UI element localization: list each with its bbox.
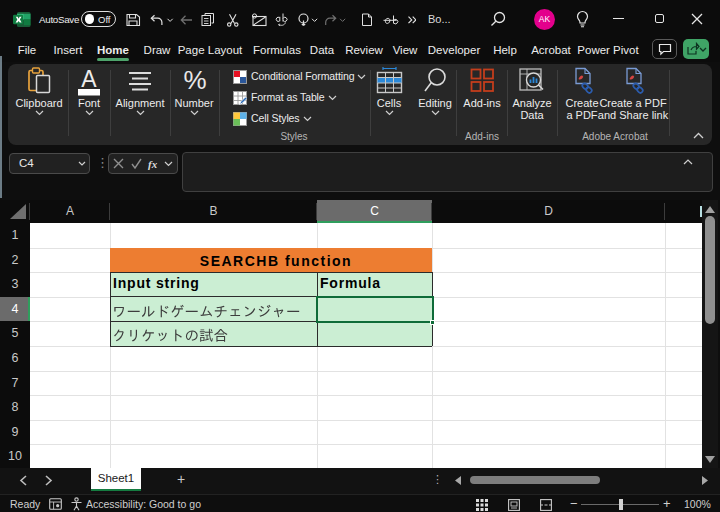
- svg-text:fx: fx: [148, 158, 158, 170]
- svg-text:%: %: [183, 66, 206, 95]
- svg-text:A: A: [81, 66, 97, 92]
